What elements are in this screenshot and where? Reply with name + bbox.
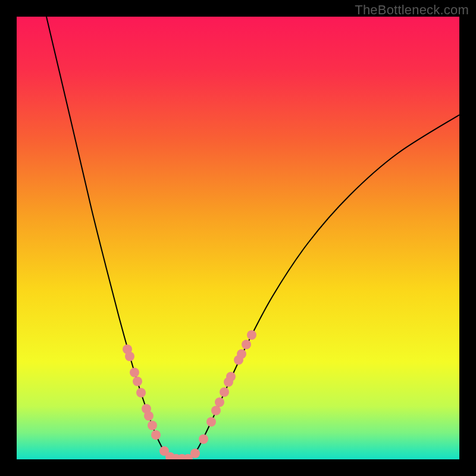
data-point [199, 434, 208, 444]
data-point [211, 406, 221, 415]
data-point [125, 352, 134, 361]
data-point [242, 340, 251, 349]
data-point [247, 330, 256, 340]
data-point [220, 387, 229, 397]
data-point [237, 349, 246, 359]
data-point [133, 377, 142, 386]
data-point [136, 388, 146, 397]
data-point [206, 417, 216, 427]
data-point [144, 411, 154, 421]
watermark-text: TheBottleneck.com [355, 2, 469, 18]
data-point [215, 397, 224, 407]
data-point [190, 449, 200, 458]
data-point [130, 368, 139, 377]
curve-layer [17, 17, 459, 459]
data-point [226, 372, 236, 381]
chart-frame: TheBottleneck.com [0, 0, 476, 476]
data-point [151, 430, 161, 440]
plot-area [17, 17, 459, 459]
curve-left-branch [46, 17, 173, 458]
data-point [148, 421, 157, 430]
curve-right-branch [190, 115, 459, 458]
